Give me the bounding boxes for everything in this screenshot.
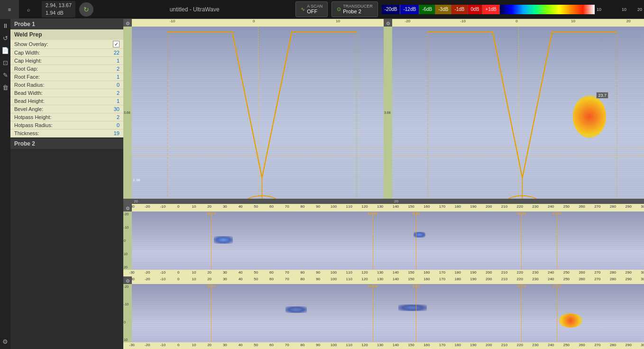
param-value-9[interactable]: 0: [105, 122, 120, 128]
bscan-bottom-body: -20 -10 0 10: [123, 284, 644, 342]
bscan-bottom-settings[interactable]: ⚙: [123, 276, 132, 284]
tick-2: -10: [160, 270, 166, 275]
param-value-0[interactable]: 22: [105, 50, 120, 55]
tool-pen[interactable]: ✎: [0, 70, 10, 80]
tick-30: 270: [594, 277, 600, 281]
ascan-button[interactable]: ∿ A SCAN OFF: [295, 1, 328, 18]
scale-minus6[interactable]: -6dB: [419, 5, 435, 14]
search-button[interactable]: ⌕: [19, 0, 38, 19]
param-value-4[interactable]: 0: [105, 82, 120, 88]
bscan-top-cursor-3: [416, 211, 416, 270]
refresh-button[interactable]: ↻: [79, 2, 93, 17]
show-overlay-checkbox[interactable]: ✓: [113, 41, 120, 47]
tick-5: 20: [207, 204, 212, 209]
bscan-bottom-clabel-3: 8.45: [413, 284, 420, 288]
bscan-top-settings[interactable]: ⚙: [123, 204, 132, 211]
tick-4: 10: [192, 277, 196, 281]
tool-settings-bottom[interactable]: ⚙: [0, 337, 10, 346]
bscan-bottom-ruler: ⚙ -30-20-1001020304050607080901001101201…: [123, 276, 644, 284]
transducer-button[interactable]: ⊙ TRANSDUCER Probe 2: [331, 1, 378, 18]
tick-17: 140: [393, 204, 399, 209]
bscan-bottom-clabel-5: 12.77: [552, 284, 561, 288]
tick-20: 170: [439, 277, 445, 281]
scale-plus1[interactable]: +1dB: [482, 5, 500, 14]
bscan-top-bottom-ticks: -30-20-100102030405060708090100110120130…: [132, 270, 644, 276]
tool-crop[interactable]: ⊡: [0, 58, 10, 67]
tick-22: 190: [470, 270, 476, 275]
tick-19: 160: [423, 343, 430, 347]
probe2-vline-1: [518, 27, 519, 199]
param-row-6: Bead Height:1: [10, 97, 123, 105]
param-value-3[interactable]: 1: [105, 74, 120, 80]
bscan-bottom-cursor-1: [211, 284, 212, 342]
probe1-section[interactable]: Probe 1: [10, 19, 123, 29]
bscan-top-defect-2: [414, 232, 425, 238]
scale-0[interactable]: 0dB: [468, 5, 483, 14]
scale-minus3[interactable]: -3dB: [435, 5, 451, 14]
param-value-8[interactable]: 2: [105, 114, 120, 120]
topbar: ≡ ⌕ 2.94, 13.67 1.94 dB ↻ untitled - Ult…: [0, 0, 644, 19]
tool-pause[interactable]: ⏸: [0, 21, 10, 30]
tick-30: 270: [594, 204, 600, 209]
bscan-bottom-ruler-left: -20 -10 0 10: [123, 284, 132, 342]
probe2-section[interactable]: Probe 2: [10, 138, 123, 149]
tick-10: 70: [285, 270, 289, 275]
tick-4: 10: [192, 270, 196, 275]
bscan-top-cursor-5: [557, 211, 557, 270]
probe2-annotation: 23.7: [596, 92, 608, 99]
probe1-ruler-left: 3.68: [123, 27, 132, 199]
tool-file[interactable]: 📄: [0, 46, 10, 55]
probe2-defect-1: [573, 95, 606, 138]
tick-33: 300: [641, 204, 644, 209]
tick-30: 270: [594, 270, 600, 275]
tick-13: 100: [331, 270, 337, 275]
transducer-probe: Probe 2: [343, 9, 373, 15]
bscan-top-clabel-2: 63.46: [368, 211, 377, 216]
tick-21: 180: [455, 270, 461, 275]
tick-29: 260: [579, 277, 585, 281]
tick-12: 90: [316, 343, 320, 347]
param-value-10[interactable]: 19: [105, 130, 120, 136]
tick-32: 290: [626, 270, 632, 275]
param-label-0: Cap Width:: [14, 50, 105, 55]
tick-18: 150: [408, 204, 414, 209]
param-value-1[interactable]: 1: [105, 58, 120, 64]
tick-9: 60: [269, 270, 274, 275]
menu-button[interactable]: ≡: [0, 0, 19, 19]
tick-25: 220: [516, 204, 523, 209]
probe2-settings-icon[interactable]: ⚙: [384, 19, 392, 27]
param-value-7[interactable]: 30: [105, 106, 120, 112]
tick-9: 60: [269, 277, 274, 281]
probe2-ruler-top: ⚙ -20 -10 0 10 20: [384, 19, 644, 27]
tick-16: 130: [377, 277, 383, 281]
scale-minus12[interactable]: -12dB: [400, 5, 419, 14]
bscan-bottom-cursor-5: [557, 284, 557, 342]
tool-refresh[interactable]: ↺: [0, 33, 10, 43]
content-area: ⚙ -10 0 10 3.68: [123, 19, 644, 349]
tick-6: 30: [223, 343, 227, 347]
tick-19: 160: [423, 204, 430, 209]
probe1-ruler-ticks: -10 0 10: [132, 19, 384, 27]
param-label-2: Root Gap:: [14, 66, 105, 72]
probe1-settings-icon[interactable]: ⚙: [123, 19, 132, 27]
tick-18: 150: [408, 277, 414, 281]
tick-13: 100: [331, 277, 337, 281]
tick-2: -10: [160, 343, 166, 347]
coords-display: 2.94, 13.67 1.94 dB: [42, 1, 75, 18]
scale-minus20[interactable]: -20dB: [382, 5, 401, 14]
tick-11: 80: [301, 204, 305, 209]
tool-delete[interactable]: 🗑: [0, 83, 10, 92]
tick-27: 240: [548, 204, 554, 209]
param-value-6[interactable]: 1: [105, 98, 120, 104]
tick-23: 200: [486, 277, 492, 281]
scale-minus1[interactable]: -1dB: [451, 5, 468, 14]
bscan-top-clabel-4: 76.79: [516, 211, 526, 216]
param-value-2[interactable]: 2: [105, 66, 120, 72]
coords-xy: 2.94, 13.67: [46, 2, 72, 9]
probe2-dashed-h2: [392, 156, 644, 156]
transducer-label: TRANSDUCER: [343, 4, 373, 9]
param-value-5[interactable]: 2: [105, 90, 120, 96]
tick-15: 120: [361, 270, 368, 275]
probe2-bottom-label: 20: [384, 199, 644, 204]
param-row-4: Root Radius:0: [10, 81, 123, 89]
